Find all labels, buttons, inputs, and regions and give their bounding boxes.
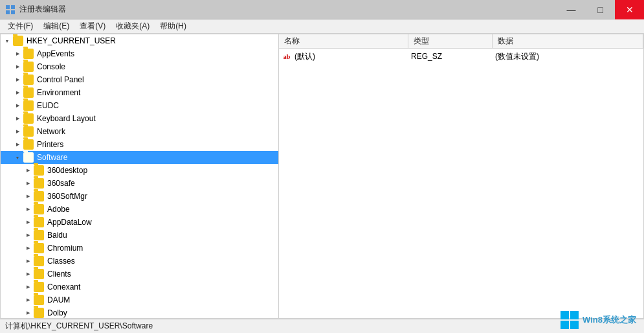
tree-item-network[interactable]: Network (1, 125, 278, 138)
close-button[interactable]: ✕ (615, 0, 644, 19)
tree-item-baidu[interactable]: Baidu (1, 229, 278, 242)
menu-favorites[interactable]: 收藏夹(A) (111, 19, 155, 33)
title-bar: 注册表编辑器 — □ ✕ (0, 0, 644, 19)
menu-file[interactable]: 文件(F) (3, 19, 38, 33)
menu-edit[interactable]: 编辑(E) (38, 19, 74, 33)
tree-label-console: Console (36, 62, 65, 71)
svg-rect-4 (561, 311, 569, 319)
folder-icon-daum (34, 295, 44, 305)
expand-arrow-conexant[interactable] (24, 283, 32, 291)
expand-arrow-dolby[interactable] (24, 309, 32, 317)
status-bar: 计算机\HKEY_CURRENT_USER\Software Win8系统之家 (0, 319, 644, 333)
tree-item-classes[interactable]: Classes (1, 255, 278, 268)
registry-tree[interactable]: HKEY_CURRENT_USERAppEventsConsoleControl… (1, 34, 279, 318)
reg-value-data: (数值未设置) (495, 51, 641, 62)
maximize-button[interactable]: □ (586, 0, 615, 19)
expand-arrow-eudc[interactable] (14, 102, 21, 109)
status-path: 计算机\HKEY_CURRENT_USER\Software (5, 321, 153, 332)
tree-item-software[interactable]: Software (1, 151, 278, 164)
expand-arrow-360softmgr[interactable] (24, 192, 32, 200)
menu-help[interactable]: 帮助(H) (155, 19, 192, 33)
folder-icon-network (23, 126, 34, 137)
tree-label-360safe: 360safe (46, 179, 75, 188)
tree-item-360safe[interactable]: 360safe (1, 177, 278, 190)
expand-arrow-environment[interactable] (14, 89, 21, 97)
tree-label-dolby: Dolby (46, 308, 67, 317)
folder-icon-software (23, 152, 34, 163)
menu-view[interactable]: 查看(V) (74, 19, 111, 33)
tree-item-environment[interactable]: Environment (1, 86, 278, 99)
folder-icon-hkcu (13, 36, 23, 46)
expand-arrow-keyboardlayout[interactable] (14, 115, 21, 122)
tree-item-appdatalow[interactable]: AppDataLow (1, 216, 278, 229)
folder-icon-appevents (23, 49, 34, 59)
expand-arrow-printers[interactable] (14, 141, 21, 148)
tree-item-adobe[interactable]: Adobe (1, 203, 278, 216)
tree-item-chromium[interactable]: Chromium (1, 242, 278, 255)
tree-label-conexant: Conexant (46, 282, 80, 292)
folder-icon-keyboardlayout (23, 113, 34, 124)
tree-label-appevents: AppEvents (36, 49, 74, 58)
tree-item-360softmgr[interactable]: 360SoftMgr (1, 190, 278, 203)
reg-value-name: (默认) (294, 51, 411, 62)
reg-row-0[interactable]: ab(默认)REG_SZ(数值未设置) (279, 50, 643, 63)
tree-item-hkcu[interactable]: HKEY_CURRENT_USER (1, 34, 278, 47)
reg-value-type: REG_SZ (411, 52, 495, 61)
expand-arrow-adobe[interactable] (24, 205, 32, 213)
tree-label-chromium: Chromium (46, 244, 83, 253)
folder-icon-console (23, 62, 34, 72)
folder-icon-adobe (34, 204, 44, 214)
reg-value-icon: ab (282, 51, 292, 62)
tree-label-clients: Clients (46, 270, 71, 279)
svg-rect-1 (11, 5, 15, 9)
menu-bar: 文件(F) 编辑(E) 查看(V) 收藏夹(A) 帮助(H) (0, 19, 644, 34)
tree-item-printers[interactable]: Printers (1, 138, 278, 151)
svg-rect-0 (6, 5, 10, 9)
expand-arrow-baidu[interactable] (24, 231, 32, 239)
expand-arrow-appevents[interactable] (14, 50, 21, 58)
folder-icon-clients (34, 269, 44, 279)
tree-item-clients[interactable]: Clients (1, 268, 278, 281)
folder-icon-printers (23, 139, 34, 150)
tree-label-baidu: Baidu (46, 231, 67, 240)
tree-item-daum[interactable]: DAUM (1, 293, 278, 306)
tree-item-controlpanel[interactable]: Control Panel (1, 73, 278, 86)
tree-item-appevents[interactable]: AppEvents (1, 47, 278, 60)
column-headers: 名称 类型 数据 (279, 34, 643, 49)
tree-label-appdatalow: AppDataLow (46, 218, 92, 227)
tree-item-eudc[interactable]: EUDC (1, 99, 278, 112)
tree-item-conexant[interactable]: Conexant (1, 281, 278, 293)
expand-arrow-daum[interactable] (24, 296, 32, 304)
tree-item-keyboardlayout[interactable]: Keyboard Layout (1, 112, 278, 125)
tree-item-console[interactable]: Console (1, 60, 278, 73)
tree-label-environment: Environment (36, 88, 80, 97)
watermark: Win8系统之家 (561, 311, 636, 329)
window-controls: — □ ✕ (557, 0, 644, 19)
folder-icon-classes (34, 256, 44, 266)
expand-arrow-software[interactable] (14, 154, 21, 161)
expand-arrow-360safe[interactable] (24, 179, 32, 187)
folder-icon-360safe (34, 178, 44, 189)
tree-label-controlpanel: Control Panel (36, 75, 84, 84)
expand-arrow-controlpanel[interactable] (14, 76, 21, 84)
expand-arrow-chromium[interactable] (24, 244, 32, 252)
expand-arrow-360desktop[interactable] (24, 166, 32, 174)
expand-arrow-network[interactable] (14, 128, 21, 135)
win8-logo-icon (561, 311, 579, 329)
svg-rect-6 (561, 321, 569, 329)
tree-item-360desktop[interactable]: 360desktop (1, 164, 278, 177)
minimize-button[interactable]: — (557, 0, 586, 19)
svg-rect-5 (570, 311, 579, 319)
col-header-name: 名称 (279, 34, 408, 48)
folder-icon-360desktop (34, 165, 44, 176)
tree-label-eudc: EUDC (36, 101, 59, 110)
tree-label-printers: Printers (36, 140, 63, 149)
tree-label-adobe: Adobe (46, 205, 70, 214)
expand-arrow-classes[interactable] (24, 257, 32, 265)
expand-arrow-appdatalow[interactable] (24, 218, 32, 226)
expand-arrow-console[interactable] (14, 63, 21, 71)
expand-arrow-hkcu[interactable] (3, 37, 11, 45)
expand-arrow-clients[interactable] (24, 270, 32, 278)
tree-item-dolby[interactable]: Dolby (1, 306, 278, 318)
folder-icon-chromium (34, 243, 44, 253)
